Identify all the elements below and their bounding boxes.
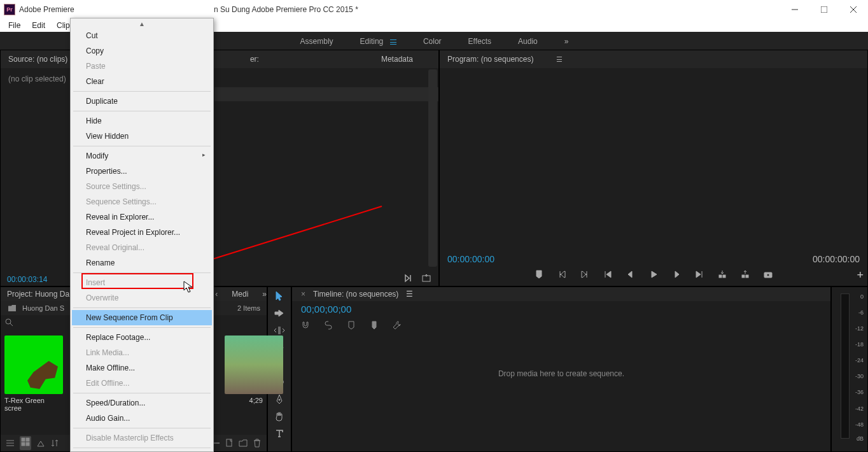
no-clip-label: (no clip selected) bbox=[1, 68, 438, 90]
minimize-button[interactable] bbox=[780, 0, 809, 19]
scrollbar[interactable] bbox=[428, 69, 437, 267]
add-button-icon[interactable]: + bbox=[857, 269, 864, 282]
context-item-link-media: Link Media... bbox=[72, 345, 212, 360]
hand-tool-icon[interactable] bbox=[274, 411, 284, 421]
program-timecode-right: 00:00:00:00 bbox=[813, 254, 860, 264]
app-icon: Pr bbox=[4, 4, 15, 15]
context-item-rename[interactable]: Rename bbox=[72, 255, 212, 271]
step-forward-icon[interactable] bbox=[672, 270, 681, 279]
project-thumbnail[interactable]: 4;29 bbox=[225, 335, 263, 412]
context-item-duplicate[interactable]: Duplicate bbox=[72, 94, 212, 109]
audio-meter-bar bbox=[841, 293, 850, 439]
audio-tick: -48 bbox=[851, 421, 864, 428]
audio-tick: -24 bbox=[851, 357, 864, 364]
selection-tool-icon[interactable] bbox=[274, 291, 284, 301]
insert-icon[interactable] bbox=[404, 274, 413, 283]
in-point-icon[interactable] bbox=[557, 270, 566, 279]
lift-icon[interactable] bbox=[718, 270, 727, 279]
camera-icon[interactable] bbox=[764, 270, 773, 279]
workspace-assembly[interactable]: Assembly bbox=[300, 37, 333, 46]
trash-icon[interactable] bbox=[253, 439, 262, 448]
context-item-modify[interactable]: Modify bbox=[72, 148, 212, 164]
svg-point-24 bbox=[279, 399, 280, 400]
new-item-icon[interactable] bbox=[225, 439, 234, 448]
context-item-reveal-in-explorer[interactable]: Reveal in Explorer... bbox=[72, 209, 212, 225]
maximize-button[interactable] bbox=[809, 0, 839, 19]
svg-rect-19 bbox=[26, 442, 29, 446]
list-view-icon[interactable] bbox=[6, 439, 15, 448]
context-item-audio-gain[interactable]: Audio Gain... bbox=[72, 411, 212, 426]
context-separator bbox=[73, 111, 211, 111]
panel-menu-icon[interactable]: ☰ bbox=[556, 55, 563, 64]
ripple-edit-icon[interactable] bbox=[274, 325, 284, 335]
audio-tick: -30 bbox=[851, 373, 864, 379]
go-to-in-icon[interactable] bbox=[603, 270, 612, 279]
source-tab[interactable]: Source: (no clips) bbox=[8, 55, 67, 64]
close-button[interactable] bbox=[839, 0, 868, 19]
workspace-editing[interactable]: Editing bbox=[360, 37, 396, 46]
project-thumbnail[interactable]: T-Rex Green scree bbox=[4, 335, 63, 412]
program-transport-controls bbox=[440, 265, 867, 283]
audio-tick: -36 bbox=[851, 389, 864, 395]
context-item-reveal-project-in-explorer[interactable]: Reveal Project in Explorer... bbox=[72, 225, 212, 240]
svg-rect-6 bbox=[723, 275, 725, 278]
sort-icon[interactable] bbox=[50, 439, 59, 448]
context-item-properties[interactable]: Properties... bbox=[72, 164, 212, 179]
media-tab[interactable]: Medi bbox=[232, 290, 248, 299]
context-item-hide[interactable]: Hide bbox=[72, 113, 212, 129]
window-title-left: Adobe Premiere bbox=[19, 5, 74, 14]
context-item-copy[interactable]: Copy bbox=[72, 43, 212, 59]
context-item-view-hidden[interactable]: View Hidden bbox=[72, 129, 212, 144]
export-frame-icon[interactable] bbox=[422, 274, 431, 283]
workspace-overflow-icon[interactable]: » bbox=[564, 37, 568, 46]
workspace-menu-icon[interactable] bbox=[390, 39, 396, 45]
program-tab[interactable]: Program: (no sequences) bbox=[447, 55, 533, 64]
play-icon[interactable] bbox=[649, 270, 658, 279]
thumbnail-image bbox=[225, 335, 283, 394]
track-select-icon[interactable] bbox=[274, 308, 284, 318]
menu-file[interactable]: File bbox=[3, 20, 26, 31]
project-crumb[interactable]: Huong Dan S bbox=[22, 304, 64, 312]
freeform-view-icon[interactable] bbox=[36, 439, 45, 448]
metadata-tab[interactable]: Metadata bbox=[381, 55, 413, 64]
audio-meters-panel: 0 -6 -12 -18 -24 -30 -36 -42 -48 dB bbox=[831, 286, 868, 452]
type-tool-icon[interactable] bbox=[274, 428, 284, 439]
out-point-icon[interactable] bbox=[580, 270, 589, 279]
context-item-insert: Insert bbox=[72, 275, 212, 290]
snap-icon[interactable] bbox=[301, 321, 310, 330]
project-tab[interactable]: Project: Huong Da bbox=[7, 290, 69, 299]
pen-tool-icon[interactable] bbox=[274, 394, 284, 404]
window-title-right: n Su Dung Adobe Premiere Pro CC 2015 * bbox=[214, 5, 358, 14]
context-item-clear[interactable]: Clear bbox=[72, 74, 212, 89]
new-bin-icon[interactable] bbox=[239, 439, 248, 448]
menu-edit[interactable]: Edit bbox=[26, 20, 51, 31]
context-item-replace-footage[interactable]: Replace Footage... bbox=[72, 330, 212, 345]
audio-tick: 0 bbox=[851, 293, 864, 300]
linked-selection-icon[interactable] bbox=[324, 321, 333, 330]
panel-menu-icon[interactable]: ☰ bbox=[406, 290, 413, 299]
context-item-cut[interactable]: Cut bbox=[72, 28, 212, 43]
context-item-new-sequence-from-clip[interactable]: New Sequence From Clip bbox=[72, 310, 212, 325]
workspace-effects[interactable]: Effects bbox=[468, 37, 491, 46]
icon-view-icon[interactable] bbox=[21, 437, 30, 446]
timeline-tab[interactable]: Timeline: (no sequences) bbox=[313, 290, 398, 299]
context-item-speed-duration[interactable]: Speed/Duration... bbox=[72, 395, 212, 411]
wrench-icon[interactable] bbox=[393, 321, 402, 330]
go-to-out-icon[interactable] bbox=[695, 270, 704, 279]
workspace-color[interactable]: Color bbox=[423, 37, 442, 46]
search-icon[interactable] bbox=[4, 318, 13, 327]
tag-icon[interactable] bbox=[370, 321, 379, 330]
context-item-make-offline[interactable]: Make Offline... bbox=[72, 360, 212, 376]
overflow-icon[interactable]: » bbox=[262, 290, 267, 299]
marker-icon[interactable] bbox=[535, 270, 543, 279]
workspace-audio[interactable]: Audio bbox=[518, 37, 538, 46]
context-item-disable-masterclip-effects: Disable Masterclip Effects bbox=[72, 430, 212, 446]
marker-add-icon[interactable] bbox=[347, 321, 356, 330]
scroll-up-icon[interactable]: ▲ bbox=[72, 20, 212, 28]
extract-icon[interactable] bbox=[741, 270, 750, 279]
context-separator bbox=[73, 428, 211, 428]
step-back-icon[interactable] bbox=[626, 270, 635, 279]
svg-point-11 bbox=[6, 319, 11, 324]
svg-point-10 bbox=[767, 274, 769, 276]
effects-tab-partial[interactable]: er: bbox=[250, 55, 259, 64]
